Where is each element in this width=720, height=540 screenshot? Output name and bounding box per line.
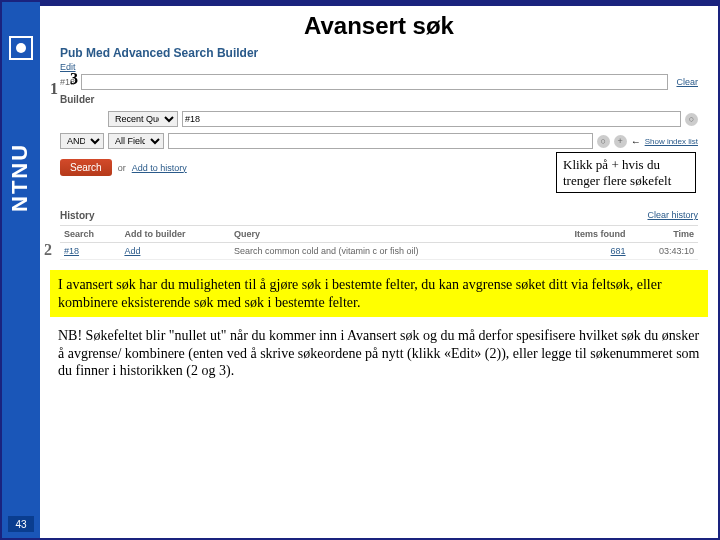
- col-items: Items found: [536, 226, 630, 243]
- clear-history-link[interactable]: Clear history: [647, 210, 698, 221]
- content-area: Avansert søk Pub Med Advanced Search Bui…: [40, 2, 718, 538]
- col-search: Search: [60, 226, 120, 243]
- history-header: History Clear history: [60, 210, 698, 221]
- remove-icon[interactable]: ○: [597, 135, 610, 148]
- history-label: History: [60, 210, 94, 221]
- recent-query-select[interactable]: Recent Query: [108, 111, 178, 127]
- history-time: 03:43:10: [630, 243, 698, 260]
- builder-row-1: Recent Query ○: [60, 111, 698, 127]
- operator-select[interactable]: AND: [60, 133, 104, 149]
- ntnu-sidebar: NTNU: [2, 2, 40, 538]
- builder-row-2: AND All Fields ○ + ← Show index list: [60, 133, 698, 149]
- ntnu-logo-icon: [9, 36, 33, 60]
- table-header-row: Search Add to builder Query Items found …: [60, 226, 698, 243]
- edit-link[interactable]: Edit: [60, 62, 698, 72]
- slide: NTNU Avansert søk Pub Med Advanced Searc…: [0, 0, 720, 540]
- history-table: Search Add to builder Query Items found …: [60, 225, 698, 260]
- col-query: Query: [230, 226, 536, 243]
- history-items-link[interactable]: 681: [611, 246, 626, 256]
- history-query-text: Search common cold and (vitamin c or fis…: [230, 243, 536, 260]
- nb-note: NB! Søkefeltet blir "nullet ut" når du k…: [50, 323, 708, 384]
- callout-box: Klikk på + hvis du trenger flere søkefel…: [556, 152, 696, 193]
- pubmed-heading: Pub Med Advanced Search Builder: [60, 46, 698, 60]
- add-icon[interactable]: +: [614, 135, 627, 148]
- col-add: Add to builder: [120, 226, 230, 243]
- overlay-number-3: 3: [70, 70, 78, 88]
- history-add-link[interactable]: Add: [124, 246, 140, 256]
- builder-input-2[interactable]: [168, 133, 593, 149]
- clear-link[interactable]: Clear: [676, 77, 698, 87]
- builder-heading: 1 Builder: [60, 94, 698, 105]
- col-time: Time: [630, 226, 698, 243]
- show-index-link[interactable]: Show index list: [645, 137, 698, 146]
- builder-input-1[interactable]: [182, 111, 681, 127]
- main-search-input[interactable]: [81, 74, 668, 90]
- slide-title: Avansert søk: [40, 6, 718, 42]
- overlay-number-2: 2: [44, 241, 52, 259]
- remove-icon[interactable]: ○: [685, 113, 698, 126]
- or-text: or: [118, 163, 126, 173]
- overlay-number-1: 1: [50, 80, 58, 98]
- table-row: 2 #18 Add Search common cold and (vitami…: [60, 243, 698, 260]
- ntnu-brand: NTNU: [7, 143, 33, 212]
- pubmed-screenshot: Pub Med Advanced Search Builder Edit 3 #…: [40, 42, 718, 260]
- top-search-row: 3 #18 Clear: [60, 74, 698, 90]
- add-to-history-link[interactable]: Add to history: [132, 163, 187, 173]
- explanation-box: I avansert søk har du muligheten til å g…: [50, 270, 708, 317]
- arrow-icon: ←: [631, 136, 641, 147]
- field-select[interactable]: All Fields: [108, 133, 164, 149]
- search-button[interactable]: Search: [60, 159, 112, 176]
- page-number: 43: [8, 516, 34, 532]
- builder-label: Builder: [60, 94, 94, 105]
- history-id-link[interactable]: #18: [64, 246, 79, 256]
